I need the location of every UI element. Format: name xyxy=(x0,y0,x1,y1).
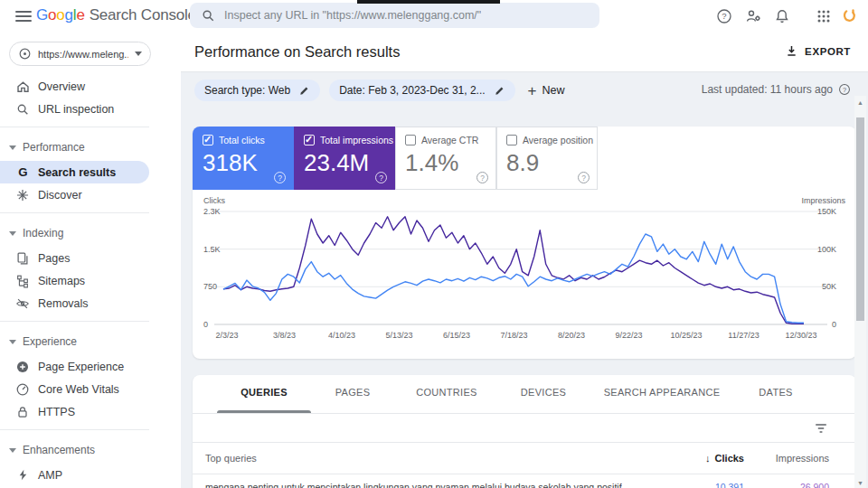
tab-queries[interactable]: QUERIES xyxy=(241,387,288,398)
column-header-queries: Top queries xyxy=(205,453,257,464)
table-row[interactable]: mengapa penting untuk menciptakan lingku… xyxy=(193,474,856,488)
sidebar-section-performance[interactable]: Performance xyxy=(0,134,181,161)
average-ctr-card[interactable]: Average CTR 1.4% ? xyxy=(395,127,496,190)
sidebar-item-removals[interactable]: Removals xyxy=(0,292,149,314)
chevron-down-icon xyxy=(9,448,16,453)
app-logo[interactable]: GoogleSearch Console xyxy=(36,6,196,24)
svg-text:6/15/23: 6/15/23 xyxy=(443,331,470,340)
metric-value: 318K xyxy=(203,149,284,177)
section-label: Experience xyxy=(23,335,77,348)
metric-label: Total impressions xyxy=(320,135,393,145)
export-label: EXPORT xyxy=(805,46,851,57)
sidebar-item-overview[interactable]: Overview xyxy=(0,75,149,98)
help-icon[interactable]: ? xyxy=(274,172,286,183)
sidebar-item-pages[interactable]: Pages xyxy=(0,247,149,269)
help-icon[interactable]: ? xyxy=(375,172,387,183)
scroll-up-arrow[interactable]: ▲ xyxy=(856,99,864,106)
column-header-clicks[interactable]: ↓ Clicks xyxy=(705,453,744,464)
clicks-cell: 10,391 xyxy=(715,482,744,488)
export-button[interactable]: EXPORT xyxy=(785,44,851,58)
sidebar-item-label: Core Web Vitals xyxy=(38,383,119,396)
scrollbar-thumb[interactable] xyxy=(856,117,864,321)
logo-product-name: Search Console xyxy=(90,6,196,23)
query-cell[interactable]: mengapa penting untuk menciptakan lingku… xyxy=(205,482,622,488)
sidebar-nav: Overview URL inspection Performance G Se… xyxy=(0,75,181,488)
sidebar-section-indexing[interactable]: Indexing xyxy=(0,220,181,247)
sidebar-item-core-web-vitals[interactable]: Core Web Vitals xyxy=(0,378,149,400)
impressions-cell: 26,900 xyxy=(800,482,829,488)
sidebar-item-page-experience[interactable]: Page Experience xyxy=(0,355,149,378)
column-header-impressions[interactable]: Impressions xyxy=(776,453,829,464)
tab-dates[interactable]: DATES xyxy=(759,387,792,398)
sidebar-item-label: AMP xyxy=(38,469,62,482)
chevron-down-icon xyxy=(9,145,16,150)
sidebar-section-experience[interactable]: Experience xyxy=(0,328,181,355)
search-console-app: GoogleSearch Console Inspect any URL in … xyxy=(0,0,868,488)
svg-text:4/10/23: 4/10/23 xyxy=(328,331,355,340)
checkbox[interactable] xyxy=(304,135,315,145)
avatar[interactable] xyxy=(841,7,859,25)
checkbox[interactable] xyxy=(405,135,416,145)
divider xyxy=(0,321,149,322)
last-updated-text: Last updated: 11 hours ago xyxy=(702,83,833,96)
help-icon[interactable]: ? xyxy=(716,8,732,24)
google-apps-grid-icon[interactable] xyxy=(816,8,832,24)
search-placeholder-text: Inspect any URL in "https://www.melengga… xyxy=(224,9,481,22)
svg-text:2/3/23: 2/3/23 xyxy=(215,331,238,340)
checkbox[interactable] xyxy=(506,135,517,145)
lock-icon xyxy=(14,404,31,420)
filter-list-icon[interactable] xyxy=(813,420,829,436)
search-type-chip[interactable]: Search type: Web xyxy=(194,80,320,101)
metric-value: 8.9 xyxy=(506,149,588,177)
search-icon xyxy=(201,8,215,23)
tab-countries[interactable]: COUNTRIES xyxy=(416,387,476,398)
chip-label: Search type: Web xyxy=(204,84,290,97)
svg-text:0: 0 xyxy=(832,320,836,329)
property-selector[interactable]: https://www.meleng... xyxy=(9,42,151,66)
home-icon xyxy=(14,79,31,95)
divider xyxy=(0,429,149,430)
sidebar-item-https[interactable]: HTTPS xyxy=(0,400,149,423)
performance-card: Total clicks 318K ? Total impressions 23… xyxy=(193,127,856,359)
manage-users-icon[interactable] xyxy=(745,8,761,24)
notifications-bell-icon[interactable] xyxy=(774,8,790,24)
tab-search-appearance[interactable]: SEARCH APPEARANCE xyxy=(604,387,721,398)
svg-text:150K: 150K xyxy=(817,207,836,216)
clicks-header-label: Clicks xyxy=(715,453,744,464)
sidebar-item-search-results[interactable]: G Search results xyxy=(0,161,149,183)
date-range-chip[interactable]: Date: Feb 3, 2023-Dec 31, 2... xyxy=(329,80,514,101)
svg-text:100K: 100K xyxy=(817,245,836,254)
sidebar-item-sitemaps[interactable]: Sitemaps xyxy=(0,269,149,292)
total-clicks-card[interactable]: Total clicks 318K ? xyxy=(193,127,294,190)
lightning-bolt-icon xyxy=(14,467,31,483)
svg-text:?: ? xyxy=(843,86,846,94)
sidebar-item-label: Pages xyxy=(38,252,70,265)
checkbox[interactable] xyxy=(203,135,213,145)
sitemaps-tree-icon xyxy=(14,273,31,289)
main-content: Search type: Web Date: Feb 3, 2023-Dec 3… xyxy=(181,72,868,488)
help-icon[interactable]: ? xyxy=(838,83,851,96)
active-tab-underline xyxy=(217,410,311,413)
page-header: Performance on Search results EXPORT xyxy=(181,33,868,72)
sidebar-item-discover[interactable]: Discover xyxy=(0,183,149,206)
help-icon[interactable]: ? xyxy=(578,172,590,183)
average-position-card[interactable]: Average position 8.9 ? xyxy=(496,127,598,190)
help-icon[interactable]: ? xyxy=(476,172,488,183)
sidebar-item-amp[interactable]: AMP xyxy=(0,464,149,486)
dimension-tabs: QUERIES PAGES COUNTRIES DEVICES SEARCH A… xyxy=(193,375,856,414)
scroll-down-arrow[interactable]: ▼ xyxy=(856,480,864,486)
total-impressions-card[interactable]: Total impressions 23.4M ? xyxy=(294,127,395,190)
url-inspect-searchbar[interactable]: Inspect any URL in "https://www.melengga… xyxy=(190,3,599,28)
vertical-scrollbar[interactable]: ▲ ▼ xyxy=(854,96,866,488)
sidebar-item-label: URL inspection xyxy=(38,103,114,116)
metric-label: Average CTR xyxy=(421,135,478,145)
pencil-icon xyxy=(494,85,505,97)
sidebar-item-label: Search results xyxy=(38,166,116,179)
tab-pages[interactable]: PAGES xyxy=(335,387,371,398)
sidebar-item-label: Removals xyxy=(38,297,89,310)
hamburger-menu-icon[interactable] xyxy=(15,11,32,22)
new-filter-button[interactable]: + New xyxy=(528,83,565,99)
sidebar-section-enhancements[interactable]: Enhancements xyxy=(0,436,181,464)
tab-devices[interactable]: DEVICES xyxy=(521,387,566,398)
sidebar-item-url-inspection[interactable]: URL inspection xyxy=(0,98,149,120)
